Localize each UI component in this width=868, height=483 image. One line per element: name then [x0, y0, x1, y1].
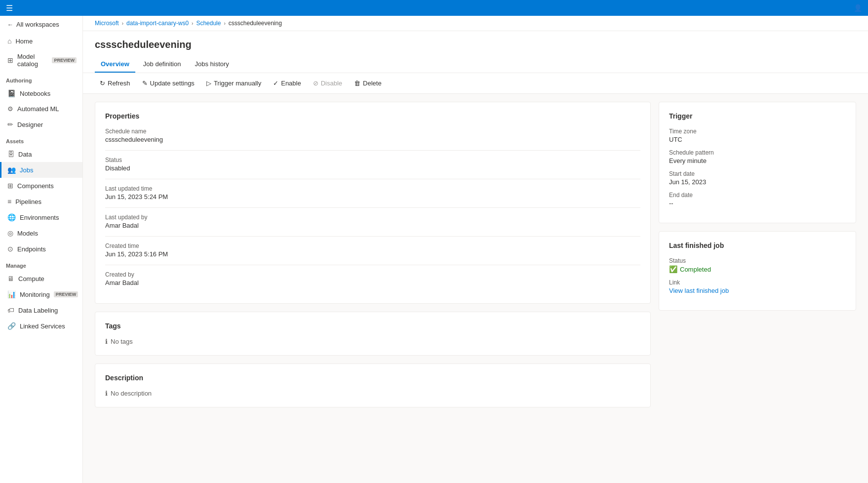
sidebar-item-automated-ml[interactable]: ⚙ Automated ML — [0, 101, 82, 117]
data-label: Data — [18, 151, 32, 158]
toolbar: ↻ Refresh ✎ Update settings ▷ Trigger ma… — [83, 73, 868, 94]
enable-icon: ✓ — [273, 80, 278, 87]
created-by-label: Created by — [105, 271, 640, 278]
property-created-time: Created time Jun 15, 2023 5:16 PM — [105, 242, 640, 258]
components-label: Components — [17, 182, 54, 190]
enable-button[interactable]: ✓ Enable — [268, 77, 306, 89]
page-title: cssscheduleevening — [95, 39, 856, 50]
sidebar-item-models[interactable]: ◎ Models — [0, 225, 82, 241]
compute-label: Compute — [18, 275, 44, 282]
status-value: Disabled — [105, 164, 640, 172]
last-job-link: Link View last finished job — [669, 279, 846, 294]
breadcrumb-workspace[interactable]: data-import-canary-ws0 — [126, 20, 189, 27]
trigger-manually-button[interactable]: ▷ Trigger manually — [201, 77, 266, 89]
last-updated-by-value: Amar Badal — [105, 222, 640, 229]
view-last-finished-job-link[interactable]: View last finished job — [669, 287, 729, 294]
monitoring-label: Monitoring — [20, 291, 50, 298]
last-updated-by-label: Last updated by — [105, 214, 640, 221]
tab-job-definition[interactable]: Job definition — [137, 56, 187, 73]
sidebar-item-model-catalog[interactable]: ⊞ Model catalog PREVIEW — [0, 49, 82, 72]
tab-jobs-history[interactable]: Jobs history — [189, 56, 235, 73]
endpoints-label: Endpoints — [17, 245, 46, 253]
trigger-card: Trigger Time zone UTC Schedule pattern E… — [659, 102, 856, 223]
main-content: Microsoft › data-import-canary-ws0 › Sch… — [83, 16, 868, 483]
disable-button[interactable]: ⊘ Disable — [308, 77, 347, 89]
last-job-status-value: ✅ Completed — [669, 265, 846, 273]
sidebar-item-home[interactable]: ⌂ Home — [0, 33, 82, 49]
sidebar-item-data[interactable]: 🗄 Data — [0, 146, 82, 162]
breadcrumb-current: cssscheduleevening — [229, 20, 282, 27]
completed-status-text: Completed — [680, 266, 711, 273]
breadcrumb-sep-1: › — [122, 21, 123, 26]
last-job-status: Status ✅ Completed — [669, 257, 846, 273]
environments-label: Environments — [20, 214, 59, 221]
last-job-link-label: Link — [669, 279, 846, 286]
refresh-button[interactable]: ↻ Refresh — [95, 77, 135, 89]
update-settings-button[interactable]: ✎ Update settings — [137, 77, 199, 89]
description-card: Description ℹ No description — [95, 363, 651, 407]
authoring-section-label: Authoring — [0, 72, 82, 85]
model-catalog-icon: ⊞ — [7, 56, 13, 64]
account-icon[interactable]: 👤 — [854, 4, 862, 12]
pipelines-label: Pipelines — [15, 198, 41, 205]
created-time-value: Jun 15, 2023 5:16 PM — [105, 250, 640, 258]
compute-icon: 🖥 — [7, 275, 14, 282]
sidebar-item-jobs[interactable]: 👥 Jobs — [0, 162, 82, 178]
sidebar-item-data-labeling[interactable]: 🏷 Data Labeling — [0, 302, 82, 318]
sidebar-back-button[interactable]: ← All workspaces — [0, 16, 82, 33]
trigger-start-date: Start date Jun 15, 2023 — [669, 170, 846, 186]
description-empty-message: No description — [111, 390, 152, 397]
manage-section-label: Manage — [0, 257, 82, 271]
breadcrumb-microsoft[interactable]: Microsoft — [95, 20, 119, 27]
sidebar: ← All workspaces ⌂ Home ⊞ Model catalog … — [0, 16, 83, 483]
schedule-name-value: cssscheduleevening — [105, 136, 640, 143]
environments-icon: 🌐 — [7, 213, 16, 221]
sidebar-item-pipelines[interactable]: ≡ Pipelines — [0, 194, 82, 209]
description-title: Description — [105, 374, 640, 382]
refresh-icon: ↻ — [100, 80, 105, 87]
sidebar-model-catalog-label: Model catalog — [17, 53, 48, 68]
all-workspaces-label: All workspaces — [16, 21, 59, 28]
sidebar-item-environments[interactable]: 🌐 Environments — [0, 209, 82, 225]
completed-check-icon: ✅ — [669, 265, 677, 273]
designer-label: Designer — [17, 121, 43, 128]
models-label: Models — [17, 230, 38, 237]
sidebar-item-notebooks[interactable]: 📓 Notebooks — [0, 85, 82, 101]
delete-button[interactable]: 🗑 Delete — [349, 77, 387, 89]
last-job-status-label: Status — [669, 257, 846, 264]
schedule-pattern-label: Schedule pattern — [669, 149, 846, 156]
sidebar-item-compute[interactable]: 🖥 Compute — [0, 271, 82, 286]
components-icon: ⊞ — [7, 182, 13, 190]
properties-card: Properties Schedule name cssscheduleeven… — [95, 102, 651, 304]
sidebar-item-linked-services[interactable]: 🔗 Linked Services — [0, 318, 82, 334]
jobs-label: Jobs — [20, 166, 33, 174]
main-area: Properties Schedule name cssscheduleeven… — [83, 94, 868, 415]
model-catalog-preview-badge: PREVIEW — [52, 57, 77, 63]
automated-ml-icon: ⚙ — [7, 105, 13, 113]
last-finished-job-card: Last finished job Status ✅ Completed Lin… — [659, 231, 856, 311]
top-bar-right: 👤 — [854, 4, 862, 12]
trigger-timezone: Time zone UTC — [669, 128, 846, 143]
start-date-label: Start date — [669, 170, 846, 177]
linked-services-icon: 🔗 — [7, 322, 16, 330]
status-label: Status — [105, 157, 640, 163]
properties-title: Properties — [105, 112, 640, 120]
sidebar-item-components[interactable]: ⊞ Components — [0, 178, 82, 194]
trigger-manually-label: Trigger manually — [214, 80, 261, 87]
sidebar-item-designer[interactable]: ✏ Designer — [0, 117, 82, 132]
data-labeling-label: Data Labeling — [18, 307, 58, 314]
trigger-schedule-pattern: Schedule pattern Every minute — [669, 149, 846, 164]
created-by-value: Amar Badal — [105, 279, 640, 286]
sidebar-home-label: Home — [15, 38, 33, 45]
trigger-title: Trigger — [669, 112, 846, 120]
tags-empty-message: No tags — [111, 338, 133, 345]
page-header: cssscheduleevening Overview Job definiti… — [83, 31, 868, 73]
sidebar-item-monitoring[interactable]: 📊 Monitoring PREVIEW — [0, 286, 82, 302]
sidebar-item-endpoints[interactable]: ⊙ Endpoints — [0, 241, 82, 257]
tab-overview[interactable]: Overview — [95, 56, 135, 73]
schedule-pattern-value: Every minute — [669, 157, 846, 164]
description-info-icon: ℹ — [105, 390, 108, 397]
breadcrumb-schedule[interactable]: Schedule — [196, 20, 221, 27]
hamburger-icon[interactable]: ☰ — [6, 3, 13, 13]
delete-label: Delete — [363, 80, 382, 87]
